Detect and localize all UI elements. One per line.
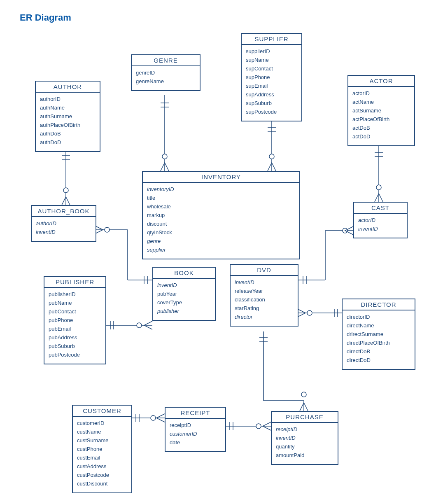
entity-attr: inventID xyxy=(235,278,254,287)
svg-point-25 xyxy=(137,323,142,328)
entity-attr: actorID xyxy=(358,216,375,225)
entity-attr: authSurname xyxy=(40,112,72,121)
svg-point-33 xyxy=(307,310,312,315)
entity-attr: customerID xyxy=(77,419,104,428)
entity-attr: genreName xyxy=(136,77,164,86)
entity-attr: qtyInStock xyxy=(147,229,172,237)
entity-genre: GENRE genreIDgenreName xyxy=(131,54,201,91)
entity-attr: classification xyxy=(235,296,265,304)
entity-attr: discount xyxy=(147,220,167,229)
entity-attr: publisherID xyxy=(49,290,76,299)
entity-attrs: authorIDauthNameauthSurnameauthPlaceOfBi… xyxy=(36,93,100,151)
entity-attr: custSurname xyxy=(77,436,109,445)
entity-attr: authorID xyxy=(40,95,61,104)
entity-supplier: SUPPLIER supplierIDsupNamesupContactsupP… xyxy=(241,33,302,121)
entity-attr: custPostcode xyxy=(77,471,109,480)
entity-attr: custPhone xyxy=(77,445,102,454)
entity-attr: supContact xyxy=(246,65,273,73)
entity-attr: authorID xyxy=(36,219,56,228)
entity-attrs: authorIDinventID xyxy=(32,217,96,241)
entity-cast: CAST actorIDinventID xyxy=(353,202,408,238)
entity-publisher: PUBLISHER publisherIDpubNamepubContactpu… xyxy=(44,276,106,364)
entity-attr: markup xyxy=(147,211,165,220)
entity-attrs: supplierIDsupNamesupContactsupPhonesupEm… xyxy=(242,45,301,121)
svg-point-15 xyxy=(376,185,381,190)
entity-attr: actPlaceOfBirth xyxy=(352,115,389,124)
entity-attrs: genreIDgenreName xyxy=(132,66,200,90)
entity-title: ACTOR xyxy=(348,76,414,87)
entity-attr: actorID xyxy=(352,89,370,98)
entity-title: CAST xyxy=(354,203,407,214)
entity-title: SUPPLIER xyxy=(242,34,301,45)
entity-actor: ACTOR actorIDactNameactSurnameactPlaceOf… xyxy=(347,75,415,146)
entity-attr: pubContact xyxy=(49,308,76,316)
entity-attr: receiptID xyxy=(276,425,297,434)
entity-attrs: inventIDpubYearcoverTypepublisher xyxy=(153,279,215,320)
entity-attr: directPlaceOfBirth xyxy=(347,339,390,348)
entity-title: INVENTORY xyxy=(143,172,299,183)
entity-attr: quantity xyxy=(276,443,295,451)
entity-title: DVD xyxy=(231,265,298,276)
entity-attr: authPlaceOfBirth xyxy=(40,121,80,130)
entity-attr: directDoD xyxy=(347,356,371,365)
entity-attr: custDiscount xyxy=(77,480,107,488)
entity-attr: genre xyxy=(147,237,161,246)
svg-point-19 xyxy=(105,227,110,232)
entity-attr: actDoB xyxy=(352,124,370,133)
entity-attr: actName xyxy=(352,98,374,107)
entity-attr: releaseYear xyxy=(235,287,263,296)
entity-attr: pubPostcode xyxy=(49,351,80,359)
page-title: ER Diagram xyxy=(20,12,71,23)
entity-attr: inventID xyxy=(36,228,56,237)
entity-attrs: inventIDreleaseYearclassificationstarRat… xyxy=(231,276,298,326)
entity-attr: supEmail xyxy=(246,82,268,91)
entity-attr: custName xyxy=(77,428,101,436)
svg-point-11 xyxy=(269,154,274,159)
entity-book: BOOK inventIDpubYearcoverTypepublisher xyxy=(152,267,216,321)
entity-attr: inventID xyxy=(157,281,177,290)
entity-attrs: customerIDcustNamecustSurnamecustPhonecu… xyxy=(73,417,131,492)
entity-attr: pubSuburb xyxy=(49,342,75,351)
entity-title: GENRE xyxy=(132,55,200,66)
entity-title: AUTHOR_BOOK xyxy=(32,206,96,217)
entity-attr: directName xyxy=(347,322,374,330)
entity-receipt: RECEIPT receiptIDcustomerIDdate xyxy=(165,407,226,452)
entity-attrs: receiptIDcustomerIDdate xyxy=(166,419,225,451)
entity-attr: starRating xyxy=(235,304,259,313)
entity-inventory: INVENTORY inventoryIDtitlewholesalemarku… xyxy=(142,171,300,259)
svg-point-41 xyxy=(301,392,306,397)
er-diagram: ER Diagram xyxy=(0,0,443,504)
entity-title: BOOK xyxy=(153,268,215,279)
entity-title: DIRECTOR xyxy=(343,299,415,310)
svg-point-3 xyxy=(63,188,68,193)
entity-attrs: receiptIDinventIDquantityamountPaid xyxy=(272,423,338,464)
entity-attr: wholesale xyxy=(147,203,171,211)
entity-attr: custAddress xyxy=(77,462,107,471)
entity-customer: CUSTOMER customerIDcustNamecustSurnamecu… xyxy=(72,405,132,493)
entity-attr: authDoD xyxy=(40,138,61,147)
entity-attr: supAddress xyxy=(246,91,274,99)
entity-attr: receiptID xyxy=(170,421,191,430)
entity-dvd: DVD inventIDreleaseYearclassificationsta… xyxy=(230,264,298,327)
entity-attr: supplier xyxy=(147,246,166,254)
entity-attrs: directorIDdirectNamedrirectSurnamedirect… xyxy=(343,310,415,369)
entity-attrs: publisherIDpubNamepubContactpubPhonepubE… xyxy=(44,288,105,364)
entity-purchase: PURCHASE receiptIDinventIDquantityamount… xyxy=(271,411,338,465)
entity-attr: authDoB xyxy=(40,130,61,138)
entity-attr: directDoB xyxy=(347,348,370,356)
entity-attr: pubPhone xyxy=(49,316,73,325)
entity-attr: title xyxy=(147,194,155,203)
entity-attr: inventID xyxy=(358,225,378,233)
entity-attr: authName xyxy=(40,104,65,112)
entity-attr: pubYear xyxy=(157,290,177,299)
entity-title: PUBLISHER xyxy=(44,277,105,288)
entity-attr: custEmail xyxy=(77,454,100,462)
entity-title: AUTHOR xyxy=(36,82,100,93)
entity-attr: pubAddress xyxy=(49,334,77,342)
entity-attr: actSurname xyxy=(352,107,381,115)
entity-attr: amountPaid xyxy=(276,451,304,460)
entity-attr: directorID xyxy=(347,313,370,322)
svg-point-49 xyxy=(256,424,261,429)
entity-attr: director xyxy=(235,313,252,322)
entity-attrs: actorIDinventID xyxy=(354,214,407,238)
